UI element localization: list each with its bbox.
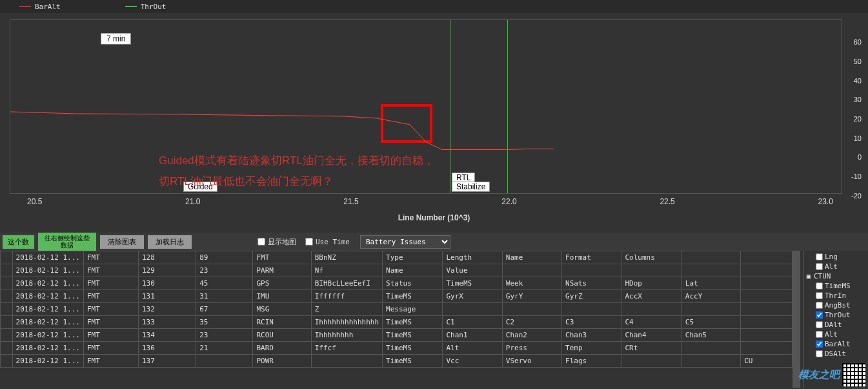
table-cell[interactable]: 131 (138, 290, 196, 303)
table-cell[interactable]: 2018-02-12 1... (12, 290, 83, 303)
table-row[interactable]: 2018-02-12 1...FMT13335RCINIhhhhhhhhhhhh… (1, 316, 792, 329)
btn-rightplot[interactable]: 往右侧绘制这些数据 (38, 233, 96, 251)
table-cell[interactable] (681, 342, 740, 355)
table-cell[interactable] (621, 303, 681, 316)
table-cell[interactable]: FMT (83, 277, 138, 290)
table-cell[interactable]: GyrZ (562, 290, 621, 303)
table-row[interactable]: 2018-02-12 1...FMT12923PARMNfNameValue (1, 264, 792, 277)
chk-show-map[interactable]: 显示地图 (257, 237, 296, 247)
table-cell[interactable]: AccY (681, 290, 740, 303)
table-cell[interactable]: C1 (443, 316, 502, 329)
table-cell[interactable]: 2018-02-12 1... (12, 316, 83, 329)
table-cell[interactable]: Chan5 (681, 329, 740, 342)
tree-item-throut[interactable]: ThrOut (805, 310, 867, 320)
table-cell[interactable] (741, 316, 792, 329)
tree-checkbox[interactable] (816, 341, 823, 348)
table-cell[interactable]: Nf (311, 264, 382, 277)
table-cell[interactable]: GyrY (502, 290, 561, 303)
table-cell[interactable]: TimeMS (383, 290, 443, 303)
table-cell[interactable]: Format (562, 251, 621, 264)
btn-load-log[interactable]: 加载日志 (148, 235, 192, 249)
table-cell[interactable]: GPS (253, 277, 311, 290)
tree-checkbox[interactable] (816, 302, 823, 309)
table-cell[interactable]: Ihhhhhhhhhhhhhh (311, 316, 382, 329)
table-cell[interactable]: 2018-02-12 1... (12, 251, 83, 264)
table-cell[interactable] (681, 251, 740, 264)
tree-item-thrin[interactable]: ThrIn (805, 291, 867, 300)
table-cell[interactable] (741, 329, 792, 342)
table-cell[interactable]: Chan1 (443, 329, 502, 342)
table-cell[interactable]: Status (383, 277, 443, 290)
table-cell[interactable]: Type (383, 251, 443, 264)
table-cell[interactable]: POWR (253, 355, 311, 368)
table-cell[interactable]: FMT (83, 251, 138, 264)
btn-leftdata[interactable]: 这个数 (3, 235, 34, 249)
table-cell[interactable]: 23 (196, 264, 253, 277)
table-cell[interactable] (621, 355, 681, 368)
table-cell[interactable] (741, 251, 792, 264)
table-cell[interactable]: Vcc (443, 355, 502, 368)
table-cell[interactable]: 2018-02-12 1... (12, 342, 83, 355)
table-cell[interactable]: 31 (196, 290, 253, 303)
table-cell[interactable]: Chan3 (562, 329, 621, 342)
tree-item-angbst[interactable]: AngBst (805, 300, 867, 310)
tree-checkbox[interactable] (816, 311, 823, 319)
table-cell[interactable]: MSG (253, 303, 311, 316)
table-cell[interactable] (502, 264, 561, 277)
table-row[interactable]: 2018-02-12 1...FMT12889FMTBBnNZTypeLengt… (1, 251, 792, 264)
table-cell[interactable]: 45 (196, 277, 253, 290)
tree-item-timems[interactable]: TimeMS (805, 281, 867, 291)
chk-show-map-input[interactable] (257, 238, 265, 246)
table-cell[interactable]: 67 (196, 303, 253, 316)
table-cell[interactable]: FMT (253, 251, 311, 264)
chk-use-time-input[interactable] (305, 238, 313, 246)
table-cell[interactable]: TimeMS (383, 316, 443, 329)
table-cell[interactable]: HDop (621, 277, 681, 290)
log-table[interactable]: 2018-02-12 1...FMT12889FMTBBnNZTypeLengt… (0, 251, 792, 368)
tree-expand-icon[interactable]: ▣ (805, 272, 812, 280)
table-cell[interactable]: Chan4 (621, 329, 681, 342)
tree-checkbox[interactable] (816, 321, 823, 328)
table-cell[interactable]: NSats (562, 277, 621, 290)
table-cell[interactable]: Iffcf (311, 342, 382, 355)
tree-checkbox[interactable] (816, 253, 823, 260)
table-cell[interactable]: 21 (196, 342, 253, 355)
table-cell[interactable]: 2018-02-12 1... (12, 329, 83, 342)
issues-dropdown[interactable]: Battery Issues (360, 235, 450, 249)
table-cell[interactable]: 2018-02-12 1... (12, 355, 83, 368)
table-cell[interactable]: Name (502, 251, 561, 264)
table-cell[interactable] (681, 303, 740, 316)
table-cell[interactable]: RCIN (253, 316, 311, 329)
table-cell[interactable]: FMT (83, 342, 138, 355)
table-cell[interactable]: Press (502, 342, 561, 355)
table-cell[interactable]: 130 (138, 277, 196, 290)
table-cell[interactable] (443, 303, 502, 316)
tree-item-ctun[interactable]: ▣CTUN (805, 271, 867, 281)
table-cell[interactable]: Week (502, 277, 561, 290)
table-cell[interactable]: FMT (83, 303, 138, 316)
table-cell[interactable]: TimeMS (443, 277, 502, 290)
table-cell[interactable] (681, 264, 740, 277)
table-cell[interactable]: Lat (681, 277, 740, 290)
table-cell[interactable] (741, 277, 792, 290)
table-cell[interactable]: TimeMS (383, 342, 443, 355)
table-cell[interactable] (196, 355, 253, 368)
table-cell[interactable] (741, 264, 792, 277)
btn-clear-chart[interactable]: 清除图表 (100, 235, 144, 249)
table-cell[interactable]: C4 (621, 316, 681, 329)
tree-item-lng[interactable]: Lng (805, 252, 867, 262)
table-cell[interactable] (741, 342, 792, 355)
table-cell[interactable]: 23 (196, 329, 253, 342)
table-cell[interactable] (311, 355, 382, 368)
table-cell[interactable]: TimeMS (383, 355, 443, 368)
tree-checkbox[interactable] (816, 282, 823, 289)
table-cell[interactable] (502, 303, 561, 316)
table-row[interactable]: 2018-02-12 1...FMT137POWRTimeMSVccVServo… (1, 355, 792, 368)
table-cell[interactable]: Flags (562, 355, 621, 368)
table-cell[interactable]: C3 (562, 316, 621, 329)
table-cell[interactable]: 35 (196, 316, 253, 329)
table-cell[interactable]: FMT (83, 316, 138, 329)
tree-checkbox[interactable] (816, 350, 823, 357)
plot-canvas[interactable]: 7 min Guided RTL Stabilize Guided模式有着陆迹象… (10, 19, 842, 194)
table-cell[interactable]: Iffffff (311, 290, 382, 303)
